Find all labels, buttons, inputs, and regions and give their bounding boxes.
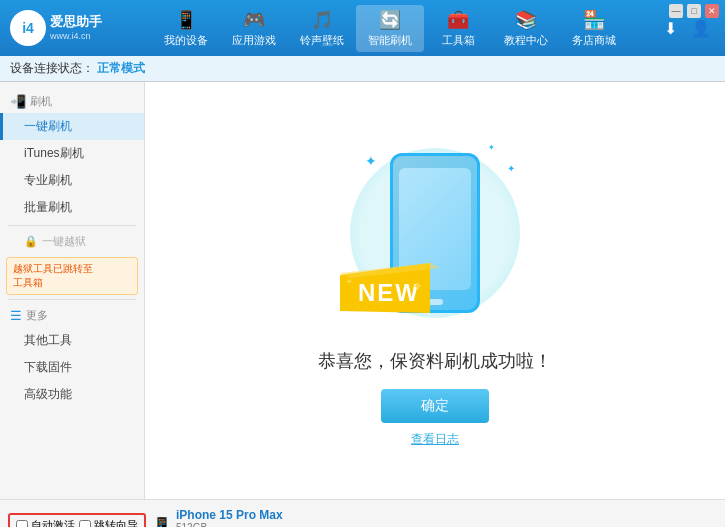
svg-text:✦: ✦ [412, 278, 424, 294]
star-icon-2: ✦ [507, 163, 515, 174]
sidebar-alert-box: 越狱工具已跳转至 工具箱 [6, 257, 138, 295]
auto-activate-checkbox[interactable] [16, 520, 28, 528]
star-icon-3: ✦ [488, 143, 495, 152]
toolbox-icon: 🧰 [447, 9, 469, 31]
user-button[interactable]: 👤 [687, 15, 715, 42]
logo-text: 爱思助手 www.i4.cn [50, 14, 102, 43]
confirm-button[interactable]: 确定 [381, 389, 489, 423]
tab-my-device[interactable]: 📱 我的设备 [152, 5, 220, 52]
device-section: 📱 iPhone 15 Pro Max 512GB iPhone [152, 508, 283, 528]
window-controls: — □ ✕ [669, 4, 719, 18]
view-log-link[interactable]: 查看日志 [411, 431, 459, 448]
download-button[interactable]: ⬇ [660, 15, 681, 42]
sidebar-item-download-firmware[interactable]: 下载固件 [0, 354, 144, 381]
guide-activate-label[interactable]: 跳转向导 [79, 518, 138, 527]
logo-area: i4 爱思助手 www.i4.cn [10, 10, 120, 46]
minimize-button[interactable]: — [669, 4, 683, 18]
flash-section-icon: 📲 [10, 94, 26, 109]
svg-text:NEW: NEW [358, 279, 420, 306]
nav-tabs: 📱 我的设备 🎮 应用游戏 🎵 铃声壁纸 🔄 智能刷机 🧰 工具箱 📚 [120, 5, 660, 52]
device-phone-icon: 📱 [152, 516, 172, 527]
auto-activate-label[interactable]: 自动激活 [16, 518, 75, 527]
tab-toolbox[interactable]: 🧰 工具箱 [424, 5, 492, 52]
tutorials-icon: 📚 [515, 9, 537, 31]
header-right: ⬇ 👤 [660, 15, 715, 42]
bottom-bar: 自动激活 跳转向导 📱 iPhone 15 Pro Max 512GB iPho… [0, 499, 725, 527]
guide-activate-checkbox[interactable] [79, 520, 91, 528]
sidebar-item-other-tools[interactable]: 其他工具 [0, 327, 144, 354]
service-icon: 🏪 [583, 9, 605, 31]
sidebar-divider-2 [8, 299, 136, 300]
sidebar-divider-1 [8, 225, 136, 226]
more-section-icon: ☰ [10, 308, 22, 323]
my-device-icon: 📱 [175, 9, 197, 31]
smart-flash-icon: 🔄 [379, 9, 401, 31]
tab-smart-flash[interactable]: 🔄 智能刷机 [356, 5, 424, 52]
breadcrumb: 设备连接状态： 正常模式 [0, 56, 725, 82]
success-illustration: NEW ✦ ✦ ✦ ✦ ✦ [335, 133, 535, 333]
svg-text:✦: ✦ [345, 276, 353, 287]
main-content: 📲 刷机 一键刷机 iTunes刷机 专业刷机 批量刷机 🔒 一键越狱 越狱工 [0, 82, 725, 499]
success-title: 恭喜您，保资料刷机成功啦！ [318, 349, 552, 373]
tab-service[interactable]: 🏪 务店商城 [560, 5, 628, 52]
app-games-icon: 🎮 [243, 9, 265, 31]
header: i4 爱思助手 www.i4.cn 📱 我的设备 🎮 应用游戏 🎵 铃声壁纸 🔄 [0, 0, 725, 56]
close-button[interactable]: ✕ [705, 4, 719, 18]
sidebar-item-one-key-flash[interactable]: 一键刷机 [0, 113, 144, 140]
sidebar-item-pro-flash[interactable]: 专业刷机 [0, 167, 144, 194]
sidebar: 📲 刷机 一键刷机 iTunes刷机 专业刷机 批量刷机 🔒 一键越狱 越狱工 [0, 82, 145, 499]
content-area: NEW ✦ ✦ ✦ ✦ ✦ 恭喜您，保资料刷机成功啦！ 确定 查看日志 [145, 82, 725, 499]
flash-section-header: 📲 刷机 [0, 90, 144, 113]
sidebar-item-itunes-flash[interactable]: iTunes刷机 [0, 140, 144, 167]
new-banner-svg: NEW ✦ ✦ [340, 263, 440, 323]
tab-app-games[interactable]: 🎮 应用游戏 [220, 5, 288, 52]
logo-icon: i4 [10, 10, 46, 46]
star-icon-1: ✦ [365, 153, 377, 169]
new-banner: NEW ✦ ✦ [340, 263, 440, 323]
sidebar-item-advanced[interactable]: 高级功能 [0, 381, 144, 408]
sidebar-disabled-jailbreak: 🔒 一键越狱 [0, 230, 144, 253]
device-info-block: iPhone 15 Pro Max 512GB iPhone [176, 508, 283, 528]
maximize-button[interactable]: □ [687, 4, 701, 18]
lock-icon: 🔒 [24, 235, 38, 248]
sidebar-item-batch-flash[interactable]: 批量刷机 [0, 194, 144, 221]
tab-tutorials[interactable]: 📚 教程中心 [492, 5, 560, 52]
tab-ringtones[interactable]: 🎵 铃声壁纸 [288, 5, 356, 52]
ringtones-icon: 🎵 [311, 9, 333, 31]
more-section-header: ☰ 更多 [0, 304, 144, 327]
auto-activate-box: 自动激活 跳转向导 [8, 513, 146, 527]
